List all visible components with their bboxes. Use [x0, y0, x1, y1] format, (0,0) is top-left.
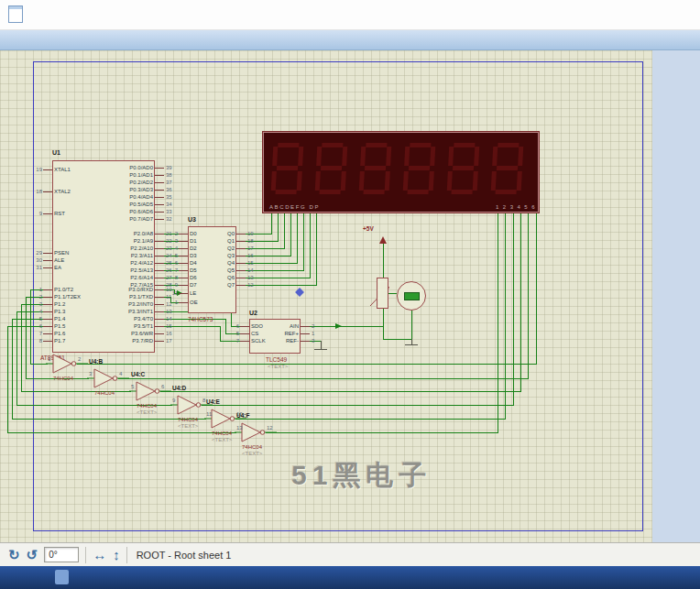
seven-segment-digit [271, 143, 304, 194]
schematic-canvas[interactable]: U1 AT89C51 19XTAL1 18XTAL2 9RST 29PSEN 3… [0, 50, 652, 542]
gate-value: 74HC04 [53, 376, 73, 381]
pin[interactable]: REF+1 [229, 330, 323, 337]
pin-number: 15 [246, 260, 258, 266]
analog-meter[interactable] [397, 281, 426, 311]
pin[interactable]: REF-3 [229, 337, 323, 344]
pin-name: P0.1/AD1 [88, 172, 155, 178]
app-icon[interactable] [8, 5, 23, 23]
seven-segment-display[interactable]: ABCDEFG DP 123456 [263, 132, 539, 213]
flip-horizontal-icon[interactable]: ↔ [93, 548, 106, 562]
rotate-cw-icon[interactable]: ↻ [8, 548, 20, 562]
gate-u4f[interactable]: U4:F 1312 74HC04 <TEXT> [235, 420, 277, 457]
pin[interactable]: Q415 [196, 259, 258, 267]
seven-segment-digit [359, 143, 392, 194]
pin-number: 9 [30, 211, 43, 216]
pin[interactable]: Q217 [196, 245, 258, 252]
pin-stub [43, 297, 52, 298]
pin[interactable]: Q019 [196, 230, 258, 237]
pin[interactable]: P0.5/AD534 [88, 201, 177, 208]
rotation-angle-box[interactable]: 0° [44, 547, 79, 562]
pin-stub [43, 260, 52, 261]
pin[interactable]: P3.6/WR16 [88, 330, 177, 337]
pin-number: 3 [310, 338, 323, 344]
pin[interactable]: Q118 [196, 237, 258, 245]
pin-stub [43, 311, 52, 312]
pin[interactable]: P3.0/RXD10 [88, 286, 177, 293]
pin-number: 38 [164, 172, 177, 178]
pin-stub [43, 267, 52, 268]
pin-stub [43, 319, 52, 320]
u1-pins-port2: P2.0/A821 P2.1/A922 P2.2/A1023 P2.3/A112… [88, 230, 177, 289]
pin[interactable]: P0.3/AD336 [88, 186, 177, 193]
pin[interactable]: P0.4/AD435 [88, 193, 177, 201]
u3-value: 74HC573 [188, 316, 213, 322]
pin-number: 3 [166, 238, 179, 244]
pin[interactable]: AIN2 [229, 322, 323, 330]
pin-number: 30 [30, 257, 43, 263]
pin[interactable]: Q514 [196, 267, 258, 274]
u2-pins-right: AIN2 REF+1 REF-3 [229, 322, 323, 344]
taskbar-item[interactable] [55, 570, 69, 584]
pin-stub [155, 212, 164, 213]
digit-pin-labels: 123456 [496, 204, 539, 210]
potentiometer[interactable] [377, 278, 388, 309]
pin[interactable]: P3.3/INT113 [88, 308, 177, 315]
pin[interactable]: Q613 [196, 274, 258, 281]
display-digits [272, 143, 522, 194]
pin[interactable]: P0.0/AD039 [88, 164, 177, 171]
pin[interactable]: P0.7/AD732 [88, 215, 177, 223]
ground-symbols [314, 339, 418, 349]
flip-vertical-icon[interactable]: ↕ [113, 548, 120, 562]
pin-number: 11 [166, 290, 179, 296]
pin-name: ALE [52, 257, 66, 263]
pin[interactable]: Q712 [196, 281, 258, 289]
pin[interactable]: P3.5/T115 [88, 322, 177, 330]
pin[interactable]: P2.0/A821 [88, 230, 177, 237]
pin-name: P1.0/T2 [52, 287, 75, 292]
pin-stub [155, 319, 164, 320]
pin-name: P2.1/A9 [88, 238, 155, 244]
pin[interactable]: P2.5/A1326 [88, 267, 177, 274]
pin-number: 7 [30, 331, 43, 336]
svg-text:9: 9 [172, 398, 176, 403]
pin-name: P1.1/T2EX [52, 294, 82, 300]
pin[interactable]: P0.1/AD138 [88, 171, 177, 179]
gate-property-text: <TEXT> [242, 451, 262, 456]
pin-name: OE [188, 300, 200, 305]
pin[interactable]: P3.1/TXD11 [88, 293, 177, 300]
pin[interactable]: P2.6/A1427 [88, 274, 177, 281]
pin[interactable]: P3.2/INT012 [88, 300, 177, 308]
rotate-ccw-icon[interactable]: ↺ [27, 548, 38, 562]
pin-stub [155, 190, 164, 191]
gate-u4c[interactable]: U4:C 56 74HC04 <TEXT> [129, 379, 171, 416]
segment-pin-labels: ABCDEFG DP [269, 204, 320, 210]
pin[interactable]: P2.2/A1023 [88, 245, 177, 252]
pin[interactable]: P3.7/RD17 [88, 337, 177, 344]
pin-name: P2.0/A8 [88, 231, 155, 236]
pin-stub [236, 270, 246, 271]
pin-name: P2.2/A10 [88, 245, 155, 251]
pin[interactable]: 11LE [166, 289, 237, 298]
pin[interactable]: P0.6/AD633 [88, 208, 177, 215]
canvas-margin [652, 50, 700, 542]
pin[interactable]: P0.2/AD237 [88, 179, 177, 186]
pin-name: P1.7 [52, 338, 67, 344]
pin[interactable]: P3.4/T014 [88, 315, 177, 322]
pin-stub [179, 234, 188, 235]
pin-number: 33 [164, 209, 177, 214]
pin-name: P3.6/WR [88, 331, 155, 336]
pin[interactable]: Q316 [196, 252, 258, 259]
pin[interactable]: 1OE [166, 298, 237, 307]
pin-number: 19 [246, 231, 258, 236]
pin-number: 2 [166, 231, 179, 236]
gate-u4a[interactable]: 12 74HC04 [46, 352, 88, 388]
pin-stub [43, 253, 52, 254]
pin[interactable]: P2.1/A922 [88, 237, 177, 245]
pin[interactable]: P2.3/A1124 [88, 252, 177, 259]
pin-number: 37 [164, 180, 177, 185]
pin-stub [236, 241, 246, 242]
pin[interactable]: P2.4/A1225 [88, 259, 177, 267]
gate-u4b[interactable]: U4:B 34 74HC04 [87, 366, 129, 403]
pin-stub [43, 213, 52, 214]
pin-name: P3.0/RXD [88, 287, 155, 292]
